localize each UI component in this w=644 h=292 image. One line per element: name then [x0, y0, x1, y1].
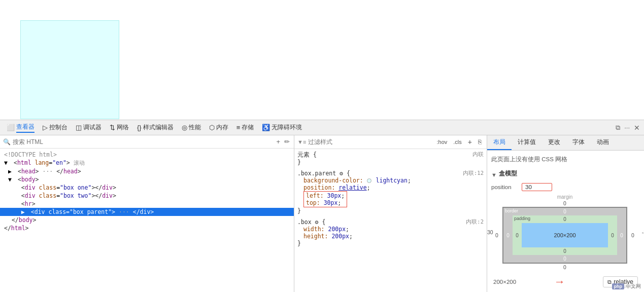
accessibility-icon: ♿	[262, 124, 270, 131]
tab-fonts[interactable]: 字体	[566, 135, 591, 150]
php-logo-bar: php 中文网	[612, 283, 641, 290]
border-right-value: 0	[617, 233, 626, 238]
inspector-btn[interactable]: ⬜ 查看器	[3, 121, 38, 134]
margin-bottom-value: 0	[491, 264, 638, 270]
tab-layout[interactable]: 布局	[487, 135, 512, 150]
html-line-div2[interactable]: <div class="box two"></div>	[0, 192, 294, 200]
devtools-toolbar: ⬜ 查看器 ▷ 控制台 ◫ 调试器 ⇅ 网络 {} 样式编辑器 ◎ 性能 ⬡ 内…	[0, 120, 644, 135]
html-line-hr[interactable]: <hr>	[0, 200, 294, 208]
style-prop-bgc[interactable]: background-color: lightcyan;	[297, 177, 484, 184]
performance-icon: ◎	[182, 124, 187, 131]
style-editor-icon: {}	[137, 124, 142, 131]
style-block-box: .box ⚙ { 内联:2 width: 200px; height: 200p…	[297, 218, 484, 247]
style-selector-box: .box ⚙ { 内联:2	[297, 218, 484, 226]
border-top-value: 0	[503, 208, 626, 215]
dock-btn[interactable]: ⧉	[615, 123, 621, 133]
position-row: position	[491, 183, 640, 191]
html-line-head[interactable]: ▶ <head> ··· </head>	[0, 167, 294, 175]
padding-label-inner: padding	[514, 216, 530, 221]
performance-label: 性能	[189, 123, 201, 132]
style-selector-box-parent: .box.parent ⚙ { 内联:12	[297, 170, 484, 177]
search-icon: 🔍	[3, 138, 11, 145]
inspector-label: 查看器	[16, 123, 35, 133]
html-line-div-parent[interactable]: ▶ <div class="box parent"> ··· </div>	[0, 208, 294, 216]
border-label-inner: border	[505, 208, 518, 213]
tab-animation[interactable]: 动画	[591, 135, 615, 150]
tab-computed[interactable]: 计算值	[512, 135, 542, 150]
html-panel: 🔍 + ✏ <!DOCTYPE html> ▼ <html lang="en">…	[0, 135, 294, 292]
bm-size-text: 200×200	[493, 279, 516, 285]
border-left-value: 0	[503, 233, 513, 238]
style-prop-left[interactable]: left: 30px;	[306, 192, 345, 199]
style-prop-top[interactable]: top: 30px;	[306, 199, 345, 206]
cls-btn[interactable]: .cls	[451, 138, 464, 146]
styles-search-bar: ▼≡ :hov .cls + ⎘	[294, 135, 487, 149]
arrow-right-icon: →	[554, 275, 565, 288]
styles-toolbar-icons: :hov .cls + ⎘	[435, 137, 484, 147]
padding-left-value: 0	[513, 233, 522, 238]
styles-panel: ▼≡ :hov .cls + ⎘ 元素 { 内联 }	[294, 135, 487, 292]
php-site-label: 中文网	[626, 283, 641, 290]
html-line-doctype[interactable]: <!DOCTYPE html>	[0, 151, 294, 159]
console-btn[interactable]: ▷ 控制台	[39, 122, 71, 133]
layout-content: 此页面上没有使用 CSS 网格 ▼ 盒模型 position margin	[487, 151, 644, 292]
side-left-value: 30	[487, 229, 493, 235]
close-btn[interactable]: ✕	[633, 123, 641, 133]
box-model-section: ▼ 盒模型 position margin 0	[491, 169, 640, 292]
position-value-input[interactable]	[522, 183, 552, 191]
margin-label: margin	[491, 194, 638, 200]
content-box: 200×200	[522, 223, 608, 247]
performance-btn[interactable]: ◎ 性能	[178, 122, 205, 133]
border-bottom-value: 0	[503, 255, 626, 263]
accessibility-btn[interactable]: ♿ 无障碍环境	[258, 122, 306, 133]
copy-styles-btn[interactable]: ⎘	[476, 137, 484, 147]
filter-icon: ▼≡	[297, 139, 306, 145]
toolbar-right-icons: ⧉ ··· ✕	[615, 123, 641, 133]
style-prop-height[interactable]: height: 200px;	[297, 233, 484, 240]
box-middle-row: 0 border 0 0 paddi	[491, 207, 638, 264]
layout-tabs: 布局 计算值 更改 字体 动画	[487, 135, 644, 151]
box-model-title: 盒模型	[499, 169, 517, 178]
storage-label: 存储	[242, 123, 254, 132]
memory-icon: ⬡	[209, 124, 215, 131]
html-line-html-close[interactable]: </html>	[0, 224, 294, 232]
tab-changes[interactable]: 更改	[542, 135, 566, 150]
style-brace-close3: }	[297, 240, 484, 247]
inspector-icon: ⬜	[7, 124, 15, 131]
position-label: position	[491, 184, 522, 190]
html-line-body-close[interactable]: </body>	[0, 216, 294, 224]
padding-right-value: 0	[608, 233, 617, 238]
memory-btn[interactable]: ⬡ 内存	[206, 122, 232, 133]
padding-bottom-value: 0	[513, 247, 617, 255]
preview-box	[20, 20, 119, 119]
style-brace-close: }	[297, 159, 484, 166]
collapse-arrow[interactable]: ▼	[491, 172, 497, 178]
box-model-diagram: margin 0 0 border 0	[491, 194, 638, 270]
style-prop-width[interactable]: width: 200px;	[297, 226, 484, 233]
style-editor-btn[interactable]: {} 样式编辑器	[133, 122, 177, 133]
html-search-input[interactable]	[13, 138, 273, 145]
storage-btn[interactable]: ≡ 存储	[233, 122, 258, 133]
network-btn[interactable]: ⇅ 网络	[106, 122, 132, 133]
debugger-btn[interactable]: ◫ 调试器	[72, 122, 105, 133]
html-line-body[interactable]: ▼ <body>	[0, 175, 294, 184]
padding-box: padding 0 0 200×200 0	[513, 215, 617, 255]
padding-middle: 0 200×200 0	[513, 223, 617, 247]
style-prop-position[interactable]: position: relative;	[297, 184, 484, 191]
html-line-html[interactable]: ▼ <html lang="en"> 滚动	[0, 159, 294, 167]
preview-area	[0, 0, 644, 120]
accessibility-label: 无障碍环境	[272, 123, 302, 132]
add-rule-btn[interactable]: +	[466, 137, 474, 147]
hov-btn[interactable]: :hov	[435, 138, 450, 146]
style-selector-element: 元素 { 内联	[297, 151, 484, 159]
styles-search-input[interactable]	[308, 138, 432, 145]
more-btn[interactable]: ···	[623, 123, 631, 132]
html-line-div1[interactable]: <div class="box one"></div>	[0, 184, 294, 192]
html-tree: <!DOCTYPE html> ▼ <html lang="en"> 滚动 ▶ …	[0, 149, 294, 292]
border-middle: 0 padding 0 0	[503, 215, 626, 255]
style-block-element: 元素 { 内联 }	[297, 151, 484, 166]
styles-content: 元素 { 内联 } .box.parent ⚙ { 内联:12 backgrou…	[294, 149, 487, 292]
margin-right-value: 0	[627, 232, 638, 238]
html-add-btn[interactable]: +	[275, 137, 281, 147]
html-edit-btn[interactable]: ✏	[283, 137, 291, 147]
